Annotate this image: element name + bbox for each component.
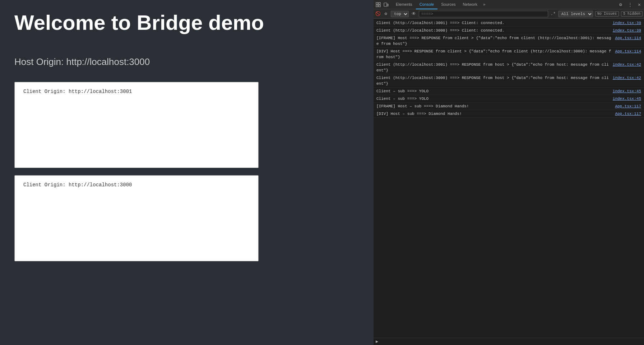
svg-rect-3 — [379, 5, 380, 7]
customize-icon[interactable]: ⋮ — [627, 1, 633, 8]
log-source-link[interactable]: index.tsx:45 — [613, 96, 641, 102]
context-selector[interactable]: top — [391, 11, 409, 17]
svg-rect-1 — [379, 3, 380, 4]
log-message: Client (http://localhost:3000) ===> RESP… — [376, 75, 610, 87]
devtools-panel: Elements Console Sources Network » ⚙ ⋮ ✕… — [374, 0, 644, 345]
console-input-row: ▶ — [374, 338, 644, 345]
log-source-link[interactable]: App.tsx:114 — [615, 35, 641, 41]
host-origin: Host Origin: http://localhost:3000 — [14, 56, 359, 67]
log-source-link[interactable]: index.tsx:39 — [613, 28, 641, 33]
devtools-right-icons: ⚙ ⋮ ✕ — [617, 1, 643, 8]
close-devtools-icon[interactable]: ✕ — [636, 1, 643, 8]
clear-console-icon[interactable]: 🚫 — [375, 11, 381, 17]
log-row: Client (http://localhost:3001) ===> Clie… — [374, 19, 644, 27]
log-message: [IFRAME] Host – sub ===> Diamond Hands! — [376, 103, 612, 109]
inspect-icon[interactable] — [375, 1, 381, 8]
log-message: Client (http://localhost:3001) ===> RESP… — [376, 62, 610, 73]
console-prompt-icon: ▶ — [376, 339, 378, 344]
log-row: [IFRAME] Host ===> RESPONSE from client … — [374, 34, 644, 48]
log-row: [DIV] Host ===> RESPONSE from client > {… — [374, 48, 644, 61]
log-message: Client – sub ===> YOLO — [376, 96, 610, 102]
log-message: Client (http://localhost:3000) ===> Clie… — [376, 28, 610, 33]
log-message: [DIV] Host – sub ===> Diamond Hands! — [376, 111, 612, 117]
devtools-tabs: Elements Console Sources Network » — [392, 0, 488, 9]
log-message: Client – sub ===> YOLO — [376, 88, 610, 94]
console-settings-icon[interactable]: ⚙ — [383, 11, 389, 17]
log-source-link[interactable]: index.tsx:39 — [613, 20, 641, 26]
console-filter-input[interactable] — [419, 11, 548, 17]
log-message: Client (http://localhost:3001) ===> Clie… — [376, 20, 610, 26]
iframe-box-2: Client Origin: http://localhost:3000 — [14, 175, 259, 261]
console-log-area: Client (http://localhost:3001) ===> Clie… — [374, 19, 644, 338]
log-source-link[interactable]: App.tsx:114 — [615, 48, 641, 54]
log-row: Client (http://localhost:3000) ===> Clie… — [374, 27, 644, 34]
svg-rect-0 — [376, 3, 378, 4]
log-row: [IFRAME] Host – sub ===> Diamond Hands!A… — [374, 103, 644, 110]
svg-rect-2 — [376, 5, 378, 7]
regex-icon[interactable]: .* — [550, 11, 556, 17]
hidden-count-badge: 5 hidden — [621, 11, 643, 17]
log-row: Client (http://localhost:3000) ===> RESP… — [374, 74, 644, 88]
page-title: Welcome to Bridge demo — [14, 11, 359, 35]
no-issues-badge: No Issues — [595, 11, 619, 17]
log-source-link[interactable]: App.tsx:117 — [615, 111, 641, 117]
log-row: [DIV] Host – sub ===> Diamond Hands!App.… — [374, 110, 644, 118]
client-origin-1: Client Origin: http://localhost:3001 — [23, 89, 132, 94]
iframe-box-1: Client Origin: http://localhost:3001 — [14, 82, 259, 168]
settings-icon[interactable]: ⚙ — [617, 1, 624, 8]
tab-network[interactable]: Network — [459, 0, 481, 9]
client-origin-2: Client Origin: http://localhost:3000 — [23, 182, 132, 188]
log-source-link[interactable]: index.tsx:45 — [613, 88, 641, 94]
log-row: Client – sub ===> YOLOindex.tsx:45 — [374, 95, 644, 103]
tab-console[interactable]: Console — [416, 0, 437, 9]
console-toolbar: 🚫 ⚙ top 👁 .* All levels No Issues 5 hidd… — [374, 9, 644, 19]
main-page: Welcome to Bridge demo Host Origin: http… — [0, 0, 374, 345]
svg-rect-5 — [387, 4, 388, 6]
tab-elements[interactable]: Elements — [392, 0, 416, 9]
log-message: [IFRAME] Host ===> RESPONSE from client … — [376, 35, 612, 47]
more-tabs-button[interactable]: » — [481, 3, 488, 7]
eye-icon[interactable]: 👁 — [411, 11, 417, 17]
log-source-link[interactable]: App.tsx:117 — [615, 103, 641, 109]
log-source-link[interactable]: index.tsx:42 — [613, 62, 641, 67]
device-toolbar-icon[interactable] — [383, 1, 389, 8]
log-message: [DIV] Host ===> RESPONSE from client > {… — [376, 48, 612, 60]
log-source-link[interactable]: index.tsx:42 — [613, 75, 641, 81]
tab-sources[interactable]: Sources — [437, 0, 459, 9]
log-row: Client – sub ===> YOLOindex.tsx:45 — [374, 88, 644, 95]
svg-rect-4 — [384, 3, 387, 6]
log-row: Client (http://localhost:3001) ===> RESP… — [374, 61, 644, 74]
log-levels-selector[interactable]: All levels — [558, 11, 593, 17]
devtools-toolbar: Elements Console Sources Network » ⚙ ⋮ ✕ — [374, 0, 644, 9]
